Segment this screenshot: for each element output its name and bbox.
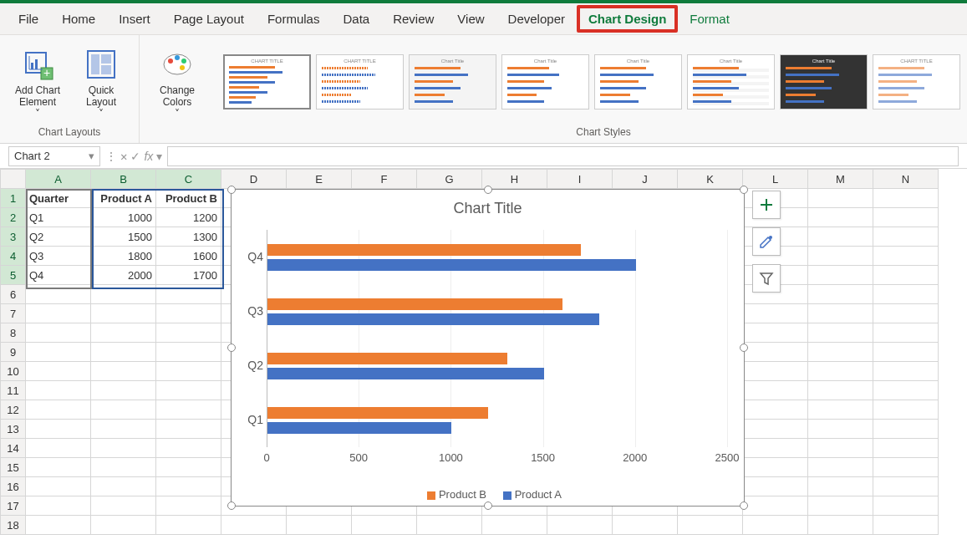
cell-A12[interactable] xyxy=(26,400,91,420)
enter-icon[interactable]: ✓ xyxy=(130,150,140,163)
cell-L10[interactable] xyxy=(743,362,808,381)
cell-N16[interactable] xyxy=(873,477,939,496)
cell-B11[interactable] xyxy=(91,381,156,400)
cell-N7[interactable] xyxy=(873,304,939,323)
cell-N13[interactable] xyxy=(873,420,939,439)
chart-style-7[interactable]: Chart Title xyxy=(780,54,868,109)
cell-L8[interactable] xyxy=(743,323,808,343)
cell-C2[interactable]: 1200 xyxy=(156,208,221,227)
cell-C3[interactable]: 1300 xyxy=(156,227,221,247)
bar-product-a-Q2[interactable] xyxy=(267,368,544,379)
cell-C14[interactable] xyxy=(156,439,221,458)
col-header-L[interactable]: L xyxy=(743,170,808,189)
row-header-18[interactable]: 18 xyxy=(1,516,26,535)
cell-M17[interactable] xyxy=(808,496,873,516)
tab-view[interactable]: View xyxy=(445,5,496,33)
cell-B8[interactable] xyxy=(91,323,156,343)
cell-B12[interactable] xyxy=(91,400,156,420)
resize-handle-tm[interactable] xyxy=(484,186,492,194)
quick-layout-button[interactable]: Quick Layout ˅ xyxy=(72,44,130,120)
bar-product-b-Q2[interactable] xyxy=(267,353,507,364)
cell-N11[interactable] xyxy=(873,381,939,400)
row-header-1[interactable]: 1 xyxy=(1,189,26,208)
chevron-down-icon[interactable]: ▾ xyxy=(156,150,162,163)
cell-D18[interactable] xyxy=(221,516,287,535)
select-all-corner[interactable] xyxy=(1,170,26,189)
row-header-16[interactable]: 16 xyxy=(1,477,26,496)
row-header-14[interactable]: 14 xyxy=(1,439,26,458)
add-chart-element-button[interactable]: + Add Chart Element ˅ xyxy=(8,44,67,120)
cell-C5[interactable]: 1700 xyxy=(156,266,221,285)
cell-C4[interactable]: 1600 xyxy=(156,247,221,266)
cell-L12[interactable] xyxy=(743,400,808,420)
change-colors-button[interactable]: Change Colors ˅ xyxy=(148,44,206,120)
cell-N14[interactable] xyxy=(873,439,939,458)
resize-handle-mr[interactable] xyxy=(740,344,748,352)
cell-B9[interactable] xyxy=(91,343,156,362)
cell-C13[interactable] xyxy=(156,420,221,439)
cancel-icon[interactable]: ✕ xyxy=(120,150,127,163)
tab-format[interactable]: Format xyxy=(678,5,741,33)
cell-N5[interactable] xyxy=(873,266,939,285)
resize-handle-bm[interactable] xyxy=(484,501,492,510)
cell-B18[interactable] xyxy=(91,516,156,535)
name-box[interactable]: Chart 2 ▾ xyxy=(8,146,100,166)
cell-C1[interactable]: Product B xyxy=(156,189,221,208)
cell-A7[interactable] xyxy=(26,304,91,323)
cell-A14[interactable] xyxy=(26,439,91,458)
col-header-C[interactable]: C xyxy=(156,170,221,189)
cell-N9[interactable] xyxy=(873,343,939,362)
cell-M6[interactable] xyxy=(808,285,873,304)
cell-N10[interactable] xyxy=(873,362,939,381)
cell-B17[interactable] xyxy=(91,496,156,516)
chart-style-5[interactable]: Chart Title xyxy=(594,54,682,109)
cell-N6[interactable] xyxy=(873,285,939,304)
cell-M16[interactable] xyxy=(808,477,873,496)
cell-A6[interactable] xyxy=(26,285,91,304)
cell-C6[interactable] xyxy=(156,285,221,304)
cell-N18[interactable] xyxy=(873,516,939,535)
cell-B2[interactable]: 1000 xyxy=(91,208,156,227)
col-header-J[interactable]: J xyxy=(613,170,678,189)
cell-N3[interactable] xyxy=(873,227,939,247)
resize-handle-bl[interactable] xyxy=(227,501,236,510)
cell-L17[interactable] xyxy=(743,496,808,516)
cell-L9[interactable] xyxy=(743,343,808,362)
col-header-F[interactable]: F xyxy=(352,170,417,189)
cell-F18[interactable] xyxy=(352,516,417,535)
cell-A3[interactable]: Q2 xyxy=(26,227,91,247)
cell-B13[interactable] xyxy=(91,420,156,439)
cell-H18[interactable] xyxy=(482,516,547,535)
cell-L11[interactable] xyxy=(743,381,808,400)
bar-product-a-Q1[interactable] xyxy=(267,422,451,434)
row-header-3[interactable]: 3 xyxy=(1,227,26,247)
chart-style-3[interactable]: Chart Title xyxy=(409,54,496,109)
chart-style-6[interactable]: Chart Title xyxy=(687,54,775,109)
tab-data[interactable]: Data xyxy=(331,5,381,33)
tab-formulas[interactable]: Formulas xyxy=(256,5,332,33)
cell-E18[interactable] xyxy=(287,516,352,535)
tab-file[interactable]: File xyxy=(7,5,50,33)
cell-B7[interactable] xyxy=(91,304,156,323)
cell-N17[interactable] xyxy=(873,496,939,516)
row-header-2[interactable]: 2 xyxy=(1,208,26,227)
row-header-11[interactable]: 11 xyxy=(1,381,26,400)
cell-M1[interactable] xyxy=(808,189,873,208)
tab-developer[interactable]: Developer xyxy=(496,5,577,33)
cell-B16[interactable] xyxy=(91,477,156,496)
cell-N8[interactable] xyxy=(873,323,939,343)
row-header-15[interactable]: 15 xyxy=(1,458,26,477)
cell-L16[interactable] xyxy=(743,477,808,496)
fx-icon[interactable]: fx xyxy=(144,150,153,163)
col-header-K[interactable]: K xyxy=(678,170,743,189)
cell-B5[interactable]: 2000 xyxy=(91,266,156,285)
chart-style-1[interactable]: CHART TITLE xyxy=(223,54,311,109)
chart-styles-button[interactable] xyxy=(752,227,781,256)
cell-B6[interactable] xyxy=(91,285,156,304)
cell-M7[interactable] xyxy=(808,304,873,323)
chart-elements-button[interactable] xyxy=(752,191,781,219)
cell-M14[interactable] xyxy=(808,439,873,458)
col-header-E[interactable]: E xyxy=(287,170,352,189)
cell-A16[interactable] xyxy=(26,477,91,496)
cell-B10[interactable] xyxy=(91,362,156,381)
